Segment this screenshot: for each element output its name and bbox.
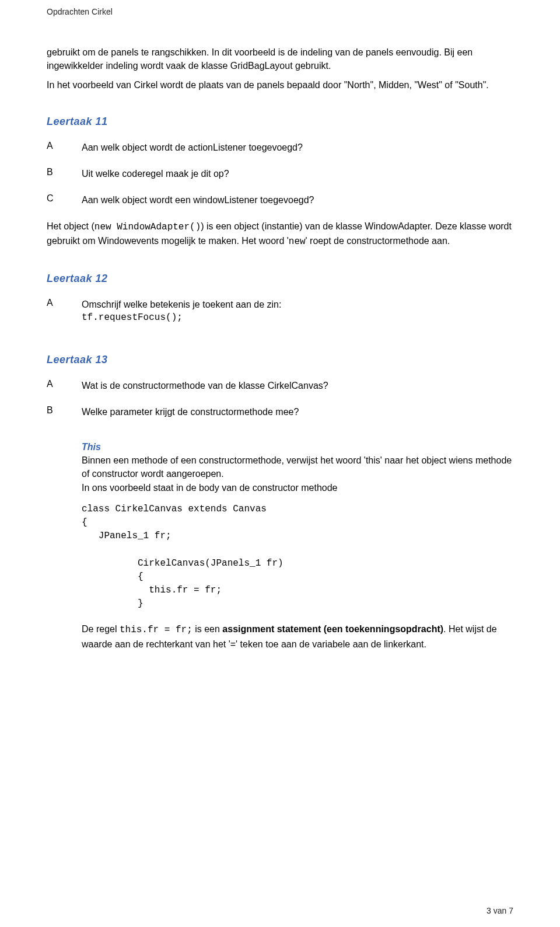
inline-code: new — [289, 236, 306, 247]
qa-letter: C — [47, 193, 82, 207]
inline-code: this.fr = fr; — [120, 625, 192, 635]
qa-text: Wat is de constructormethode van de klas… — [82, 379, 513, 392]
qa-text: Aan welk object wordt een windowListener… — [82, 193, 513, 207]
text: ' roept de constructormethode aan. — [306, 236, 450, 246]
qa-letter: A — [47, 141, 82, 154]
running-header: Opdrachten Cirkel — [47, 7, 513, 16]
leertaak11-explanation: Het object (new WindowAdapter()) is een … — [47, 219, 513, 249]
leertaak11-row-a: A Aan welk object wordt de actionListene… — [47, 141, 513, 154]
this-p1: Binnen een methode of een constructormet… — [82, 454, 513, 480]
this-section: This Binnen een methode of een construct… — [82, 442, 513, 650]
heading-this: This — [82, 442, 513, 452]
text: is een — [192, 624, 223, 634]
code-block: class CirkelCanvas extends Canvas { JPan… — [82, 503, 513, 611]
page-number: 3 van 7 — [487, 906, 513, 915]
heading-leertaak-12: Leertaak 12 — [47, 273, 513, 285]
leertaak12-row-a: A Omschrijf welke betekenis je toekent a… — [47, 298, 513, 325]
leertaak11-row-c: C Aan welk object wordt een windowListen… — [47, 193, 513, 207]
leertaak11-row-b: B Uit welke coderegel maak je dit op? — [47, 167, 513, 180]
question-line: Omschrijf welke betekenis je toekent aan… — [82, 298, 513, 311]
leertaak13-row-b: B Welke parameter krijgt de constructorm… — [47, 405, 513, 419]
qa-letter: A — [47, 298, 82, 325]
intro-p2: In het voorbeeld van Cirkel wordt de pla… — [47, 78, 513, 92]
qa-text: Aan welk object wordt de actionListener … — [82, 141, 513, 154]
heading-leertaak-11: Leertaak 11 — [47, 116, 513, 128]
leertaak13-row-a: A Wat is de constructormethode van de kl… — [47, 379, 513, 392]
qa-text: Uit welke coderegel maak je dit op? — [82, 167, 513, 180]
qa-letter: A — [47, 379, 82, 392]
text: Het object ( — [47, 221, 94, 231]
inline-code: tf.requestFocus(); — [82, 311, 513, 325]
text: De regel — [82, 624, 120, 634]
qa-letter: B — [47, 167, 82, 180]
intro-block: gebruikt om de panels te rangschikken. I… — [47, 46, 513, 92]
qa-text: Welke parameter krijgt de constructormet… — [82, 405, 513, 419]
heading-leertaak-13: Leertaak 13 — [47, 354, 513, 366]
inline-code: new WindowAdapter() — [94, 222, 201, 232]
bold-text: assignment statement (een toekenningsopd… — [222, 624, 443, 634]
qa-text: Omschrijf welke betekenis je toekent aan… — [82, 298, 513, 325]
this-p2: In ons voorbeeld staat in de body van de… — [82, 481, 513, 494]
this-closing: De regel this.fr = fr; is een assignment… — [82, 622, 513, 650]
qa-letter: B — [47, 405, 82, 419]
intro-p1: gebruikt om de panels te rangschikken. I… — [47, 46, 513, 72]
